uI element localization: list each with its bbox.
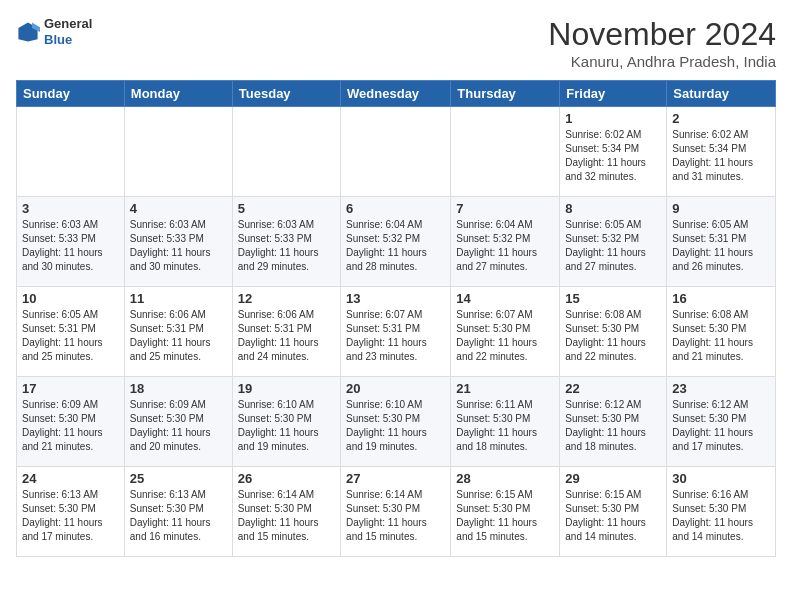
logo-text: General Blue — [44, 16, 92, 47]
day-info: Sunrise: 6:07 AM Sunset: 5:30 PM Dayligh… — [456, 308, 554, 364]
day-info: Sunrise: 6:06 AM Sunset: 5:31 PM Dayligh… — [238, 308, 335, 364]
logo-icon — [16, 20, 40, 44]
calendar-cell: 8Sunrise: 6:05 AM Sunset: 5:32 PM Daylig… — [560, 197, 667, 287]
logo: General Blue — [16, 16, 92, 47]
calendar-cell: 6Sunrise: 6:04 AM Sunset: 5:32 PM Daylig… — [341, 197, 451, 287]
day-number: 10 — [22, 291, 119, 306]
location: Kanuru, Andhra Pradesh, India — [548, 53, 776, 70]
day-info: Sunrise: 6:04 AM Sunset: 5:32 PM Dayligh… — [456, 218, 554, 274]
day-number: 5 — [238, 201, 335, 216]
day-info: Sunrise: 6:13 AM Sunset: 5:30 PM Dayligh… — [130, 488, 227, 544]
day-number: 26 — [238, 471, 335, 486]
calendar-cell: 15Sunrise: 6:08 AM Sunset: 5:30 PM Dayli… — [560, 287, 667, 377]
calendar-cell: 25Sunrise: 6:13 AM Sunset: 5:30 PM Dayli… — [124, 467, 232, 557]
day-info: Sunrise: 6:02 AM Sunset: 5:34 PM Dayligh… — [672, 128, 770, 184]
day-number: 17 — [22, 381, 119, 396]
calendar-week-row: 24Sunrise: 6:13 AM Sunset: 5:30 PM Dayli… — [17, 467, 776, 557]
day-info: Sunrise: 6:05 AM Sunset: 5:32 PM Dayligh… — [565, 218, 661, 274]
day-info: Sunrise: 6:15 AM Sunset: 5:30 PM Dayligh… — [565, 488, 661, 544]
day-number: 14 — [456, 291, 554, 306]
calendar-cell: 14Sunrise: 6:07 AM Sunset: 5:30 PM Dayli… — [451, 287, 560, 377]
day-info: Sunrise: 6:02 AM Sunset: 5:34 PM Dayligh… — [565, 128, 661, 184]
calendar-day-header: Tuesday — [232, 81, 340, 107]
day-info: Sunrise: 6:10 AM Sunset: 5:30 PM Dayligh… — [346, 398, 445, 454]
calendar-cell — [17, 107, 125, 197]
day-info: Sunrise: 6:14 AM Sunset: 5:30 PM Dayligh… — [238, 488, 335, 544]
logo-general: General — [44, 16, 92, 32]
logo-blue: Blue — [44, 32, 92, 48]
day-number: 15 — [565, 291, 661, 306]
calendar-cell: 17Sunrise: 6:09 AM Sunset: 5:30 PM Dayli… — [17, 377, 125, 467]
day-number: 22 — [565, 381, 661, 396]
day-number: 28 — [456, 471, 554, 486]
calendar-cell: 24Sunrise: 6:13 AM Sunset: 5:30 PM Dayli… — [17, 467, 125, 557]
calendar-cell: 2Sunrise: 6:02 AM Sunset: 5:34 PM Daylig… — [667, 107, 776, 197]
day-info: Sunrise: 6:16 AM Sunset: 5:30 PM Dayligh… — [672, 488, 770, 544]
day-number: 4 — [130, 201, 227, 216]
calendar-day-header: Saturday — [667, 81, 776, 107]
calendar-day-header: Wednesday — [341, 81, 451, 107]
calendar-cell: 22Sunrise: 6:12 AM Sunset: 5:30 PM Dayli… — [560, 377, 667, 467]
calendar-cell: 12Sunrise: 6:06 AM Sunset: 5:31 PM Dayli… — [232, 287, 340, 377]
day-number: 16 — [672, 291, 770, 306]
day-number: 7 — [456, 201, 554, 216]
day-info: Sunrise: 6:09 AM Sunset: 5:30 PM Dayligh… — [22, 398, 119, 454]
day-info: Sunrise: 6:03 AM Sunset: 5:33 PM Dayligh… — [238, 218, 335, 274]
day-info: Sunrise: 6:07 AM Sunset: 5:31 PM Dayligh… — [346, 308, 445, 364]
day-number: 9 — [672, 201, 770, 216]
day-number: 8 — [565, 201, 661, 216]
day-info: Sunrise: 6:03 AM Sunset: 5:33 PM Dayligh… — [22, 218, 119, 274]
day-info: Sunrise: 6:09 AM Sunset: 5:30 PM Dayligh… — [130, 398, 227, 454]
calendar-day-header: Friday — [560, 81, 667, 107]
calendar-week-row: 10Sunrise: 6:05 AM Sunset: 5:31 PM Dayli… — [17, 287, 776, 377]
day-number: 30 — [672, 471, 770, 486]
calendar-table: SundayMondayTuesdayWednesdayThursdayFrid… — [16, 80, 776, 557]
calendar-cell: 29Sunrise: 6:15 AM Sunset: 5:30 PM Dayli… — [560, 467, 667, 557]
calendar-week-row: 1Sunrise: 6:02 AM Sunset: 5:34 PM Daylig… — [17, 107, 776, 197]
calendar-cell — [451, 107, 560, 197]
day-number: 18 — [130, 381, 227, 396]
calendar-cell: 1Sunrise: 6:02 AM Sunset: 5:34 PM Daylig… — [560, 107, 667, 197]
day-info: Sunrise: 6:10 AM Sunset: 5:30 PM Dayligh… — [238, 398, 335, 454]
calendar-day-header: Sunday — [17, 81, 125, 107]
calendar-day-header: Thursday — [451, 81, 560, 107]
day-number: 20 — [346, 381, 445, 396]
calendar-week-row: 17Sunrise: 6:09 AM Sunset: 5:30 PM Dayli… — [17, 377, 776, 467]
calendar-cell: 9Sunrise: 6:05 AM Sunset: 5:31 PM Daylig… — [667, 197, 776, 287]
day-info: Sunrise: 6:05 AM Sunset: 5:31 PM Dayligh… — [22, 308, 119, 364]
calendar-week-row: 3Sunrise: 6:03 AM Sunset: 5:33 PM Daylig… — [17, 197, 776, 287]
calendar-cell: 30Sunrise: 6:16 AM Sunset: 5:30 PM Dayli… — [667, 467, 776, 557]
calendar-cell: 27Sunrise: 6:14 AM Sunset: 5:30 PM Dayli… — [341, 467, 451, 557]
day-number: 11 — [130, 291, 227, 306]
calendar-header-row: SundayMondayTuesdayWednesdayThursdayFrid… — [17, 81, 776, 107]
day-number: 21 — [456, 381, 554, 396]
day-info: Sunrise: 6:05 AM Sunset: 5:31 PM Dayligh… — [672, 218, 770, 274]
day-number: 23 — [672, 381, 770, 396]
title-block: November 2024 Kanuru, Andhra Pradesh, In… — [548, 16, 776, 70]
calendar-cell: 4Sunrise: 6:03 AM Sunset: 5:33 PM Daylig… — [124, 197, 232, 287]
day-number: 25 — [130, 471, 227, 486]
calendar-cell: 20Sunrise: 6:10 AM Sunset: 5:30 PM Dayli… — [341, 377, 451, 467]
calendar-cell: 10Sunrise: 6:05 AM Sunset: 5:31 PM Dayli… — [17, 287, 125, 377]
calendar-cell: 26Sunrise: 6:14 AM Sunset: 5:30 PM Dayli… — [232, 467, 340, 557]
day-info: Sunrise: 6:15 AM Sunset: 5:30 PM Dayligh… — [456, 488, 554, 544]
calendar-cell: 23Sunrise: 6:12 AM Sunset: 5:30 PM Dayli… — [667, 377, 776, 467]
calendar-cell: 5Sunrise: 6:03 AM Sunset: 5:33 PM Daylig… — [232, 197, 340, 287]
calendar-cell: 21Sunrise: 6:11 AM Sunset: 5:30 PM Dayli… — [451, 377, 560, 467]
calendar-cell: 13Sunrise: 6:07 AM Sunset: 5:31 PM Dayli… — [341, 287, 451, 377]
calendar-cell — [341, 107, 451, 197]
month-title: November 2024 — [548, 16, 776, 53]
day-info: Sunrise: 6:14 AM Sunset: 5:30 PM Dayligh… — [346, 488, 445, 544]
calendar-cell: 18Sunrise: 6:09 AM Sunset: 5:30 PM Dayli… — [124, 377, 232, 467]
day-info: Sunrise: 6:11 AM Sunset: 5:30 PM Dayligh… — [456, 398, 554, 454]
day-info: Sunrise: 6:08 AM Sunset: 5:30 PM Dayligh… — [672, 308, 770, 364]
day-info: Sunrise: 6:04 AM Sunset: 5:32 PM Dayligh… — [346, 218, 445, 274]
calendar-cell: 3Sunrise: 6:03 AM Sunset: 5:33 PM Daylig… — [17, 197, 125, 287]
day-number: 27 — [346, 471, 445, 486]
day-info: Sunrise: 6:12 AM Sunset: 5:30 PM Dayligh… — [672, 398, 770, 454]
calendar-cell: 28Sunrise: 6:15 AM Sunset: 5:30 PM Dayli… — [451, 467, 560, 557]
day-number: 2 — [672, 111, 770, 126]
day-info: Sunrise: 6:03 AM Sunset: 5:33 PM Dayligh… — [130, 218, 227, 274]
calendar-cell: 7Sunrise: 6:04 AM Sunset: 5:32 PM Daylig… — [451, 197, 560, 287]
calendar-cell: 19Sunrise: 6:10 AM Sunset: 5:30 PM Dayli… — [232, 377, 340, 467]
